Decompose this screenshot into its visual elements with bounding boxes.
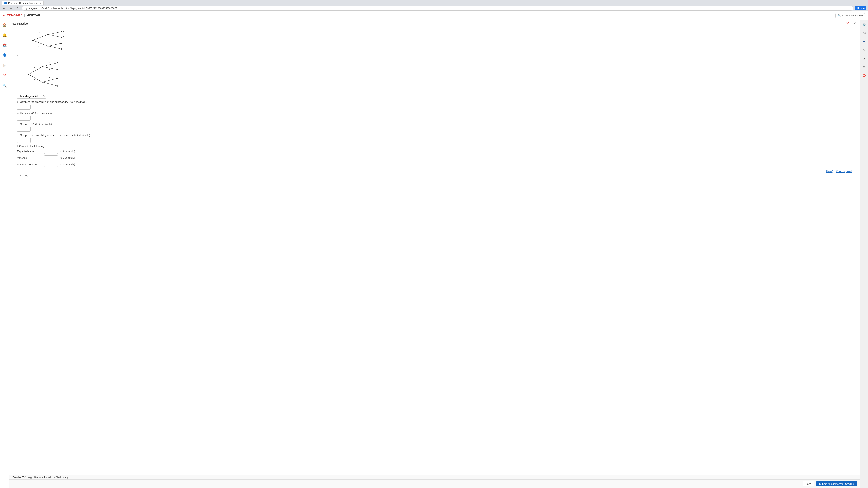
- top-bar: ⚙ CENGAGE | MINDTAP 🔍 Search this course: [0, 11, 868, 20]
- svg-point-26: [42, 66, 43, 67]
- hint-bar: Hint(s) Check My Work: [17, 169, 852, 173]
- new-tab-button[interactable]: +: [44, 1, 46, 5]
- svg-point-7: [48, 34, 49, 35]
- sidebar-item-layers[interactable]: 📋: [1, 62, 8, 69]
- check-my-work-link[interactable]: Check My Work: [836, 170, 852, 173]
- svg-text:S: S: [49, 61, 51, 64]
- update-button[interactable]: Update: [855, 6, 866, 10]
- gear-icon[interactable]: ⚙: [861, 47, 867, 53]
- part-e-text: e. Compute the probability of at least o…: [17, 134, 852, 136]
- svg-point-11: [61, 42, 62, 44]
- svg-line-1: [48, 32, 62, 34]
- tab-title: MindTap - Cengage Learning: [8, 2, 38, 4]
- svg-line-3: [33, 40, 48, 46]
- svg-point-25: [28, 74, 29, 75]
- tree-diagram-1-svg: S F F F F F: [17, 31, 67, 50]
- submit-assignment-button[interactable]: Submit Assignment for Grading: [816, 481, 857, 486]
- tree-diagram-2: S S S F F F: [17, 59, 852, 90]
- forward-button[interactable]: →: [8, 6, 14, 10]
- svg-text:F: F: [63, 36, 64, 38]
- question-3-header: 3.: [17, 54, 852, 57]
- part-d-section: d. Compute f(2) (to 2 decimals).: [17, 123, 852, 132]
- svg-line-2: [48, 34, 62, 37]
- expected-value-label: Expected value: [17, 150, 42, 153]
- svg-point-28: [57, 62, 58, 63]
- search-course-label: Search this course: [842, 14, 863, 17]
- search-course-button[interactable]: 🔍 Search this course: [835, 13, 865, 18]
- compute-table: Expected value (to 2 decimals) Variance …: [17, 149, 852, 167]
- svg-text:F: F: [63, 42, 64, 44]
- svg-text:S: S: [38, 31, 40, 34]
- svg-point-29: [57, 69, 58, 70]
- part-b-section: b. Compute the probability of one succes…: [17, 100, 852, 109]
- variance-input[interactable]: [44, 155, 58, 160]
- svg-line-0: [33, 34, 48, 40]
- right-panel: 📡 AZ W ⚙ ☁ ✏ ⭕: [860, 20, 868, 488]
- part-e-input[interactable]: [17, 138, 31, 143]
- refresh-button[interactable]: ↻: [16, 6, 20, 11]
- brand-logo: ⚙ CENGAGE | MINDTAP: [3, 14, 40, 17]
- rss-icon[interactable]: 📡: [861, 21, 867, 28]
- back-button[interactable]: ←: [2, 6, 7, 10]
- question-3-label: 3.: [17, 54, 19, 57]
- svg-line-23: [42, 78, 58, 82]
- icon-key-indicator: ○=: [17, 174, 20, 176]
- part-e-section: e. Compute the probability of at least o…: [17, 134, 852, 143]
- svg-point-12: [61, 48, 62, 50]
- svg-text:F: F: [34, 78, 35, 80]
- expected-value-input[interactable]: [44, 149, 58, 154]
- exercise-label: Exercise 05.31 Algo (Binomial Probabilit…: [12, 476, 68, 479]
- svg-point-8: [48, 45, 49, 47]
- part-d-text: d. Compute f(2) (to 2 decimals).: [17, 123, 852, 126]
- cloud-icon[interactable]: ☁: [861, 55, 867, 62]
- svg-text:F: F: [49, 76, 51, 78]
- std-dev-input[interactable]: [44, 162, 58, 167]
- word-icon[interactable]: W: [861, 38, 867, 44]
- std-dev-unit: (to 4 decimals): [60, 163, 75, 166]
- icon-key: ○= Icon Key: [17, 174, 852, 176]
- brand-separator: |: [24, 14, 25, 17]
- svg-text:F: F: [63, 31, 64, 33]
- part-b-input[interactable]: [17, 104, 31, 109]
- part-d-input[interactable]: [17, 127, 31, 132]
- pencil-icon[interactable]: ✏: [861, 64, 867, 70]
- close-icon-button[interactable]: ✕: [852, 21, 857, 26]
- std-dev-row: Standard deviation (to 4 decimals): [17, 162, 852, 167]
- variance-label: Variance: [17, 157, 42, 159]
- sidebar-item-home[interactable]: 🏠: [1, 22, 8, 29]
- part-c-text: c. Compute f(0) (to 2 decimals).: [17, 111, 852, 115]
- svg-point-30: [57, 78, 58, 79]
- page-title: 5.5 Practice: [12, 22, 28, 25]
- tab-close-button[interactable]: ✕: [39, 2, 41, 4]
- bottom-actions: Save Submit Assignment for Grading: [803, 481, 857, 486]
- svg-point-6: [32, 40, 33, 41]
- browser-tab[interactable]: 🔵 MindTap - Cengage Learning ✕: [2, 1, 43, 5]
- svg-line-4: [48, 43, 62, 46]
- search-icon: 🔍: [838, 14, 841, 17]
- svg-point-9: [61, 31, 62, 32]
- hint-link[interactable]: Hint(s): [826, 170, 833, 173]
- tree-diagram-dropdown[interactable]: Tree diagram #1 Tree diagram #2: [17, 94, 46, 99]
- svg-line-5: [48, 46, 62, 49]
- header-actions: ❓ ✕: [844, 21, 857, 26]
- part-f-text: f. Compute the following.: [17, 145, 852, 148]
- std-dev-label: Standard deviation: [17, 163, 42, 166]
- address-bar[interactable]: ng.cengage.com/static/nb/ui/evo/index.ht…: [22, 6, 854, 11]
- part-c-input[interactable]: [17, 116, 31, 121]
- sidebar-item-notifications[interactable]: 🔔: [1, 32, 8, 39]
- content-scroll: S F F F F F 3.: [9, 28, 860, 475]
- sidebar-item-courses[interactable]: 📚: [1, 42, 8, 49]
- sidebar-item-profile[interactable]: 👤: [1, 52, 8, 59]
- brand-mindtap: MINDTAP: [26, 14, 40, 17]
- sidebar-item-help[interactable]: ❓: [1, 72, 8, 79]
- circle-icon[interactable]: ⭕: [861, 72, 867, 78]
- sidebar-item-search[interactable]: 🔍: [1, 82, 8, 89]
- help-icon-button[interactable]: ❓: [844, 21, 851, 26]
- dropdown-section: Tree diagram #1 Tree diagram #2: [17, 94, 852, 99]
- svg-text:S: S: [49, 68, 51, 70]
- part-f-section: f. Compute the following. Expected value…: [17, 145, 852, 167]
- az-icon[interactable]: AZ: [861, 30, 867, 36]
- save-button[interactable]: Save: [803, 481, 814, 486]
- part-c-section: c. Compute f(0) (to 2 decimals).: [17, 111, 852, 121]
- svg-text:F: F: [63, 47, 64, 50]
